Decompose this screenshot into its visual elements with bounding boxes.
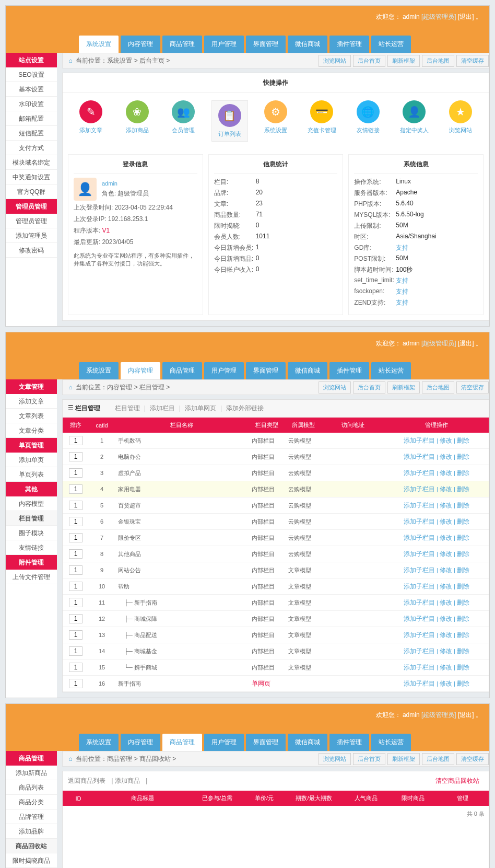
shortcut[interactable]: ✎添加文章: [73, 100, 109, 142]
tab-1[interactable]: 内容管理: [121, 362, 160, 379]
home-icon[interactable]: ⌂: [67, 755, 74, 762]
side-item[interactable]: 添加品牌: [6, 824, 57, 839]
row-action[interactable]: 修改: [440, 502, 452, 509]
row-action[interactable]: 添加子栏目: [404, 647, 435, 655]
sublink[interactable]: 添加单网页: [185, 404, 216, 412]
sort-input[interactable]: [69, 565, 82, 575]
row-action[interactable]: 修改: [440, 453, 452, 460]
row-action[interactable]: 修改: [440, 566, 452, 574]
shortcut[interactable]: 💳充值卡管理: [303, 100, 340, 142]
logout-link[interactable]: [退出]: [458, 13, 474, 20]
tab-7[interactable]: 站长运营: [371, 36, 411, 53]
row-action[interactable]: 删除: [457, 485, 469, 493]
side-item[interactable]: 限时揭晓商品: [6, 853, 57, 868]
shortcut[interactable]: 👤指定中奖人: [396, 100, 432, 142]
tab-4[interactable]: 界面管理: [246, 36, 286, 53]
side-item[interactable]: 上传文件管理: [6, 570, 57, 584]
side-item[interactable]: 管理员管理: [6, 214, 57, 228]
logout-link[interactable]: [退出]: [458, 340, 474, 347]
row-action[interactable]: 修改: [440, 615, 452, 622]
tab-3[interactable]: 用户管理: [204, 734, 244, 751]
side-item[interactable]: 支付方式: [6, 141, 57, 155]
row-action[interactable]: 添加子栏目: [404, 453, 435, 460]
row-action[interactable]: 删除: [457, 583, 469, 590]
side-item[interactable]: 圈子模块: [6, 526, 57, 540]
side-item[interactable]: 品牌管理: [6, 809, 57, 824]
side-item[interactable]: 模块域名绑定: [6, 155, 57, 170]
home-icon[interactable]: ⌂: [67, 57, 74, 64]
row-action[interactable]: 删除: [457, 534, 469, 541]
tab-6[interactable]: 插件管理: [329, 362, 369, 379]
tab-5[interactable]: 微信商城: [288, 362, 327, 379]
row-action[interactable]: 添加子栏目: [404, 583, 435, 590]
user-link[interactable]: admin: [403, 13, 420, 20]
row-action[interactable]: 删除: [457, 680, 469, 687]
row-action[interactable]: 添加子栏目: [404, 469, 435, 477]
row-action[interactable]: 添加子栏目: [404, 664, 435, 671]
side-item[interactable]: 水印设置: [6, 97, 57, 111]
row-action[interactable]: 修改: [440, 647, 452, 655]
shortcut[interactable]: ★浏览网站: [442, 100, 479, 142]
row-action[interactable]: 修改: [440, 550, 452, 558]
quicklink[interactable]: 清空缓存: [456, 381, 489, 394]
row-action[interactable]: 修改: [440, 599, 452, 606]
row-action[interactable]: 添加子栏目: [404, 550, 435, 558]
sort-input[interactable]: [69, 663, 82, 672]
tab-0[interactable]: 系统设置: [79, 734, 119, 751]
tab-1[interactable]: 内容管理: [121, 36, 160, 53]
sort-input[interactable]: [69, 533, 82, 542]
quicklink[interactable]: 后台首页: [353, 55, 385, 67]
shortcut[interactable]: 👥会员管理: [165, 100, 202, 142]
quicklink[interactable]: 后台地图: [422, 381, 454, 394]
sort-input[interactable]: [69, 549, 82, 559]
side-item[interactable]: 邮箱配置: [6, 111, 57, 126]
side-item[interactable]: 单页列表: [6, 467, 57, 482]
sort-input[interactable]: [69, 614, 82, 623]
row-action[interactable]: 添加子栏目: [404, 485, 435, 493]
tab-6[interactable]: 插件管理: [329, 734, 369, 751]
row-action[interactable]: 删除: [457, 599, 469, 606]
tab-1[interactable]: 内容管理: [121, 734, 160, 751]
side-item[interactable]: 添加文章: [6, 394, 57, 409]
row-action[interactable]: 修改: [440, 680, 452, 687]
row-action[interactable]: 修改: [440, 534, 452, 541]
row-action[interactable]: 添加子栏目: [404, 599, 435, 606]
side-item[interactable]: 修改密码: [6, 243, 57, 258]
side-item[interactable]: 商品列表: [6, 780, 57, 795]
quicklink[interactable]: 浏览网站: [319, 381, 351, 394]
shortcut[interactable]: ❀添加商品: [119, 100, 156, 142]
side-item[interactable]: 内容模型: [6, 496, 57, 511]
shortcut[interactable]: 📋订单列表: [211, 100, 248, 142]
sort-input[interactable]: [69, 436, 82, 445]
tab-0[interactable]: 系统设置: [79, 36, 119, 53]
sort-input[interactable]: [69, 646, 82, 656]
shortcut[interactable]: ⚙系统设置: [257, 100, 294, 142]
side-item[interactable]: 文章分类: [6, 423, 57, 438]
home-icon[interactable]: ⌂: [67, 384, 74, 391]
tab-2[interactable]: 商品管理: [162, 36, 202, 53]
quicklink[interactable]: 浏览网站: [319, 55, 351, 67]
tab-4[interactable]: 界面管理: [246, 362, 286, 379]
tab-4[interactable]: 界面管理: [246, 734, 286, 751]
row-action[interactable]: 修改: [440, 469, 452, 477]
user-link[interactable]: admin: [403, 711, 420, 719]
tab-3[interactable]: 用户管理: [204, 362, 244, 379]
quicklink[interactable]: 后台地图: [422, 753, 454, 765]
sublink[interactable]: 添加外部链接: [226, 404, 264, 412]
row-action[interactable]: 删除: [457, 550, 469, 558]
row-action[interactable]: 修改: [440, 485, 452, 493]
clear-recycle-button[interactable]: 清空商品回收站: [435, 777, 479, 785]
side-item[interactable]: 商品分类: [6, 795, 57, 809]
tab-2[interactable]: 商品管理: [162, 734, 202, 751]
quicklink[interactable]: 刷新框架: [387, 381, 420, 394]
quicklink[interactable]: 清空缓存: [456, 753, 489, 765]
sublink[interactable]: 添加栏目: [150, 404, 175, 412]
row-action[interactable]: 修改: [440, 518, 452, 525]
quicklink[interactable]: 刷新框架: [387, 753, 420, 765]
tab-7[interactable]: 站长运营: [371, 362, 411, 379]
sort-input[interactable]: [69, 484, 82, 494]
row-action[interactable]: 添加子栏目: [404, 615, 435, 622]
quicklink[interactable]: 后台地图: [422, 55, 454, 67]
tab-7[interactable]: 站长运营: [371, 734, 411, 751]
row-action[interactable]: 删除: [457, 453, 469, 460]
